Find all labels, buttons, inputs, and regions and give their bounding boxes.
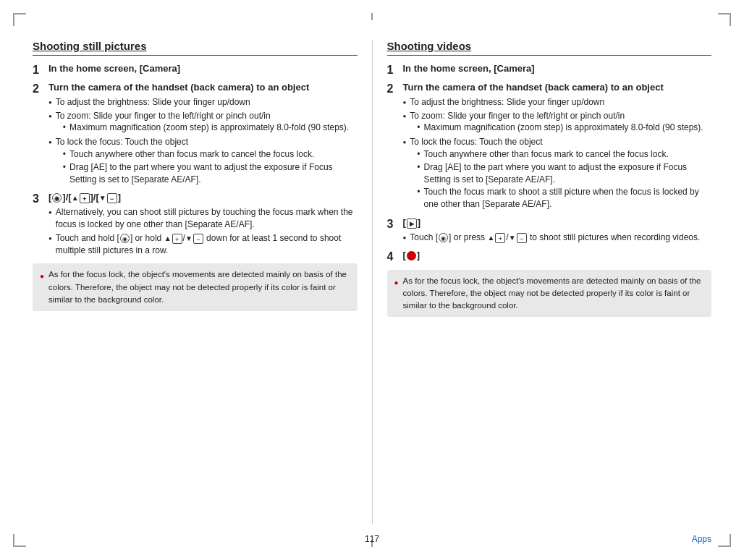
right-sub-2-2-1: Maximum magnification (zoom step) is app… [417, 122, 711, 134]
right-sub-2-2: Maximum magnification (zoom step) is app… [417, 122, 711, 134]
left-step-2-heading: Turn the camera of the handset (back cam… [48, 82, 358, 94]
right-step-4-number: 4 [387, 250, 403, 263]
right-step-2-content: Turn the camera of the handset (back cam… [403, 82, 712, 213]
right-step-1-number: 1 [387, 63, 403, 77]
left-sub-2-2-1: Maximum magnification (zoom step) is app… [63, 122, 358, 134]
left-bullet-2-2: To zoom: Slide your finger to the left/r… [48, 110, 358, 135]
left-step-2: 2 Turn the camera of the handset (back c… [33, 82, 358, 187]
right-sub-2-3-1: Touch anywhere other than focus mark to … [417, 148, 711, 161]
left-step-1: 1 In the home screen, [Camera] [33, 63, 358, 77]
content-area: Shooting still pictures 1 In the home sc… [33, 40, 711, 524]
camera-icon-2: ◉ [120, 234, 130, 243]
left-step-1-number: 1 [33, 63, 48, 77]
left-section-title: Shooting still pictures [33, 40, 358, 56]
right-step-2-number: 2 [387, 82, 403, 96]
right-sub-2-3: Touch anywhere other than focus mark to … [417, 148, 711, 211]
corner-mark-tl [13, 13, 26, 26]
camera-icon-r: ◉ [439, 233, 448, 242]
right-step-3-heading: [▶] [403, 217, 712, 229]
right-note-box: ● As for the focus lock, the object's mo… [387, 270, 712, 318]
left-bullet-2-3: To lock the focus: Touch the object Touc… [48, 136, 358, 186]
left-note-bullet: ● [40, 271, 44, 281]
left-step-3-number: 3 [33, 192, 48, 205]
right-note-bullet: ● [394, 277, 399, 288]
left-step-2-content: Turn the camera of the handset (back cam… [48, 82, 358, 187]
right-step-1: 1 In the home screen, [Camera] [387, 63, 712, 77]
left-bullet-2-1: To adjust the brightness: Slide your fin… [48, 96, 358, 109]
minus-icon-r: − [517, 233, 527, 243]
left-step-3-bullets: Alternatively, you can shoot still pictu… [48, 206, 358, 256]
right-sub-2-3-3: Touch the focus mark to shoot a still pi… [417, 186, 711, 211]
right-step-3-number: 3 [387, 217, 403, 231]
camera-icon-1: ◉ [52, 193, 62, 203]
left-note-box-row: ● As for the focus lock, the object's mo… [40, 268, 350, 306]
left-sub-2-3-2: Drag [AE] to the part where you want to … [63, 161, 358, 186]
right-sub-2-3-2: Drag [AE] to the part where you want to … [417, 161, 711, 186]
right-bullet-2-1: To adjust the brightness: Slide your fin… [403, 96, 712, 109]
plus-icon-r: + [495, 233, 505, 243]
minus-icon: − [107, 193, 117, 203]
page-number: 117 [259, 534, 486, 544]
corner-mark-tr [718, 13, 731, 26]
plus-icon-2: + [172, 234, 182, 244]
right-step-2: 2 Turn the camera of the handset (back c… [387, 82, 712, 213]
left-sub-2-2: Maximum magnification (zoom step) is app… [63, 122, 358, 134]
right-bullet-2-3: To lock the focus: Touch the object Touc… [403, 136, 712, 211]
right-column: Shooting videos 1 In the home screen, [C… [373, 40, 712, 524]
right-bullet-3-1: Touch [◉] or press ▲+/▼− to shoot still … [403, 232, 712, 244]
left-step-3: 3 [◉]/[▲+]/[▼−] Alternatively, you can s… [33, 192, 358, 258]
right-step-1-heading: In the home screen, [Camera] [403, 63, 712, 75]
right-step-3: 3 [▶] Touch [◉] or press ▲+/▼− to shoot … [387, 217, 712, 245]
left-sub-2-3: Touch anywhere other than focus mark to … [63, 148, 358, 185]
left-step-2-number: 2 [33, 82, 48, 96]
right-note-box-row: ● As for the focus lock, the object's mo… [394, 275, 705, 313]
page-footer: 117 Apps [0, 534, 744, 544]
right-step-3-content: [▶] Touch [◉] or press ▲+/▼− to shoot st… [403, 217, 712, 245]
right-note-text: As for the focus lock, the object's move… [403, 275, 704, 313]
top-tick [371, 13, 373, 20]
plus-icon: + [80, 193, 90, 203]
left-note-text: As for the focus lock, the object's move… [48, 268, 350, 306]
right-bullet-2-2: To zoom: Slide your finger to the left/r… [403, 110, 712, 135]
stop-icon [407, 251, 416, 260]
right-section-title: Shooting videos [387, 40, 712, 56]
right-step-4: 4 [] [387, 250, 712, 264]
left-column: Shooting still pictures 1 In the home sc… [33, 40, 373, 524]
right-step-4-heading: [] [403, 250, 712, 262]
right-step-1-content: In the home screen, [Camera] [403, 63, 712, 77]
right-step-3-bullets: Touch [◉] or press ▲+/▼− to shoot still … [403, 232, 712, 244]
right-step-4-content: [] [403, 250, 712, 264]
left-sub-2-3-1: Touch anywhere other than focus mark to … [63, 148, 358, 161]
left-note-box: ● As for the focus lock, the object's mo… [33, 263, 358, 311]
left-step-2-bullets: To adjust the brightness: Slide your fin… [48, 96, 358, 187]
right-step-2-bullets: To adjust the brightness: Slide your fin… [403, 96, 712, 211]
left-bullet-3-1: Alternatively, you can shoot still pictu… [48, 206, 358, 231]
left-bullet-3-2: Touch and hold [◉] or hold ▲+/▼− down fo… [48, 232, 358, 257]
video-icon: ▶ [407, 219, 417, 229]
minus-icon-2: − [193, 234, 203, 244]
left-step-3-content: [◉]/[▲+]/[▼−] Alternatively, you can sho… [48, 192, 358, 258]
left-step-1-heading: In the home screen, [Camera] [48, 63, 358, 75]
right-step-2-heading: Turn the camera of the handset (back cam… [403, 82, 712, 94]
left-step-3-heading: [◉]/[▲+]/[▼−] [48, 192, 358, 204]
apps-link[interactable]: Apps [692, 534, 711, 544]
left-step-1-content: In the home screen, [Camera] [48, 63, 358, 77]
